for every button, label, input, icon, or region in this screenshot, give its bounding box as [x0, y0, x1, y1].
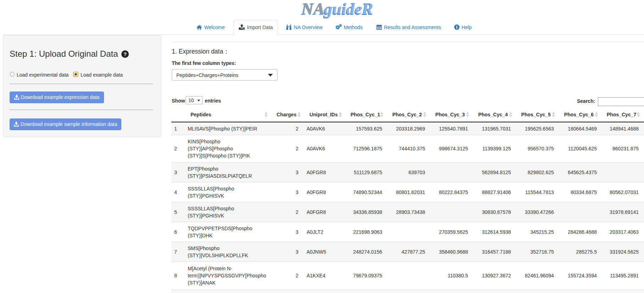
svg-text:guideR: guideR [324, 0, 373, 18]
svg-text:NA: NA [301, 0, 325, 18]
svg-text:?: ? [123, 51, 127, 57]
